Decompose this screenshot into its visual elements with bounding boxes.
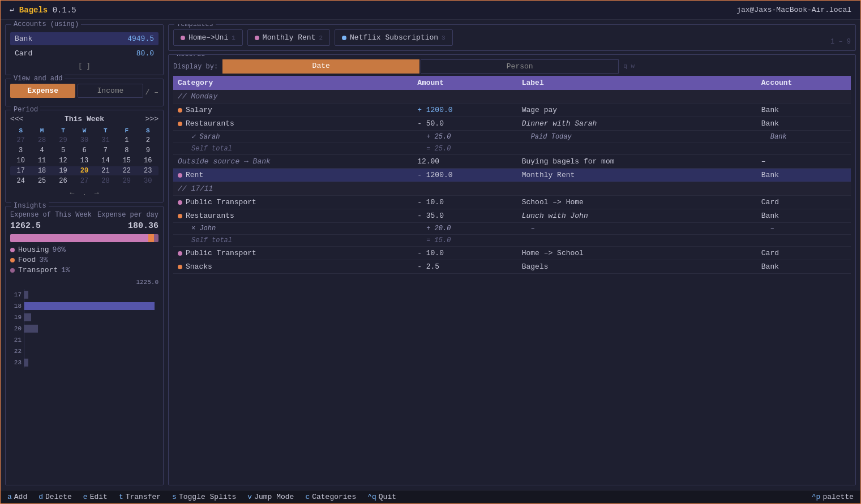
- expense-tab[interactable]: Expense: [10, 84, 75, 98]
- cal-16[interactable]: 16: [138, 156, 159, 165]
- cal-27b[interactable]: 27: [74, 176, 95, 186]
- cal-header-w: W: [74, 127, 95, 135]
- main-content: Accounts (using) Bank 4949.5 Card 80.0 […: [1, 20, 860, 490]
- lbl-rent: Monthly Rent: [517, 169, 757, 182]
- bar-label-18: 18: [10, 300, 24, 312]
- template-dot-1: [181, 36, 185, 40]
- cal-21[interactable]: 21: [95, 166, 116, 175]
- bar-row-18: [24, 300, 159, 312]
- cat-self-total2: Self total: [173, 235, 413, 247]
- cal-7[interactable]: 7: [95, 146, 116, 155]
- table-row[interactable]: Restaurants - 35.0 Lunch with John Bank: [173, 209, 851, 223]
- cal-2[interactable]: 2: [138, 136, 159, 145]
- col-label: Label: [517, 76, 757, 90]
- cal-18[interactable]: 18: [31, 166, 52, 175]
- table-header-row: Category Amount Label Account: [173, 76, 851, 90]
- card-name: Card: [15, 49, 32, 58]
- cal-15[interactable]: 15: [116, 156, 137, 165]
- cal-3[interactable]: 3: [10, 146, 31, 155]
- col-account: Account: [757, 76, 851, 90]
- cal-17[interactable]: 17: [10, 166, 31, 175]
- bar-label-23: 23: [10, 357, 24, 368]
- cal-30b[interactable]: 30: [138, 176, 159, 186]
- cal-10[interactable]: 10: [10, 156, 31, 165]
- table-row-selected[interactable]: Rent - 1200.0 Monthly Rent Bank: [173, 169, 851, 182]
- cal-19[interactable]: 19: [53, 166, 74, 175]
- cal-13[interactable]: 13: [74, 156, 95, 165]
- cal-28[interactable]: 28: [31, 136, 52, 145]
- bar-label-20: 20: [10, 323, 24, 334]
- table-row[interactable]: Salary + 1200.0 Wage pay Bank: [173, 104, 851, 117]
- cal-30[interactable]: 30: [74, 136, 95, 145]
- dot-snacks: [178, 265, 182, 269]
- period-dot-right[interactable]: →: [95, 189, 99, 197]
- acc-snacks: Bank: [757, 260, 851, 274]
- cal-29[interactable]: 29: [53, 136, 74, 145]
- records-panel: Records Display by: Date Person q w Cate…: [168, 54, 856, 485]
- label-jump: Jump Mode: [254, 493, 294, 501]
- cal-14[interactable]: 14: [95, 156, 116, 165]
- cal-5[interactable]: 5: [53, 146, 74, 155]
- table-row[interactable]: Snacks - 2.5 Bagels Bank: [173, 260, 851, 274]
- cal-1[interactable]: 1: [116, 136, 137, 145]
- bar-row-19: [24, 312, 159, 323]
- income-tab[interactable]: Income: [78, 84, 143, 98]
- amt-rest1: - 50.0: [413, 117, 517, 131]
- shortcut-delete: d Delete: [38, 493, 72, 501]
- templates-label: Templates: [174, 24, 216, 28]
- account-bank[interactable]: Bank 4949.5: [10, 32, 159, 45]
- display-by-date[interactable]: Date: [222, 59, 419, 74]
- template-2[interactable]: Monthly Rent 2: [247, 29, 330, 46]
- account-card[interactable]: Card 80.0: [10, 47, 159, 60]
- acc-outside: –: [757, 155, 851, 169]
- insights-panel: Insights Expense of This Week Expense pe…: [5, 206, 164, 485]
- templates-panel: Templates Home–>Uni 1 Monthly Rent 2: [168, 24, 856, 51]
- bar-food: [148, 234, 154, 242]
- amt-pub-trans1: - 10.0: [413, 196, 517, 209]
- cal-31[interactable]: 31: [95, 136, 116, 145]
- cat-rent: Rent: [173, 169, 413, 182]
- accounts-panel: Accounts (using) Bank 4949.5 Card 80.0 […: [5, 24, 164, 75]
- period-dot-left[interactable]: ←: [70, 189, 74, 197]
- amt-salary: + 1200.0: [413, 104, 517, 117]
- view-add-panel: View and add Expense Income / –: [5, 79, 164, 106]
- dot-rest1: [178, 122, 182, 126]
- cal-11[interactable]: 11: [31, 156, 52, 165]
- cal-29b[interactable]: 29: [116, 176, 137, 186]
- label-delete: Delete: [45, 493, 72, 501]
- cal-header-t2: T: [95, 127, 116, 135]
- cal-22[interactable]: 22: [116, 166, 137, 175]
- table-row[interactable]: Public Transport - 10.0 Home –> School C…: [173, 247, 851, 260]
- cal-26[interactable]: 26: [53, 176, 74, 186]
- table-row[interactable]: Public Transport - 10.0 School –> Home C…: [173, 196, 851, 209]
- cal-4[interactable]: 4: [31, 146, 52, 155]
- dot-salary: [178, 108, 182, 113]
- table-row[interactable]: Outside source → Bank 12.00 Buying bagel…: [173, 155, 851, 169]
- cal-9[interactable]: 9: [138, 146, 159, 155]
- lbl-pub-trans2: Home –> School: [517, 247, 757, 260]
- lbl-self-total2: [517, 235, 757, 247]
- cal-27[interactable]: 27: [10, 136, 31, 145]
- cal-23[interactable]: 23: [138, 166, 159, 175]
- housing-pct: 96%: [53, 245, 66, 254]
- period-next[interactable]: >>>: [145, 115, 159, 123]
- cal-8[interactable]: 8: [116, 146, 137, 155]
- cal-20[interactable]: 20: [74, 166, 95, 175]
- housing-dot: [10, 248, 15, 252]
- period-prev[interactable]: <<<: [10, 115, 23, 123]
- display-by-person[interactable]: Person: [421, 59, 619, 74]
- cal-6[interactable]: 6: [74, 146, 95, 155]
- amt-pub-trans2: - 10.0: [413, 247, 517, 260]
- cal-28b[interactable]: 28: [95, 176, 116, 186]
- shortcut-add: a Add: [7, 493, 27, 501]
- cal-24[interactable]: 24: [10, 176, 31, 186]
- cal-12[interactable]: 12: [53, 156, 74, 165]
- template-3[interactable]: Netflix Subscription 3: [335, 29, 453, 46]
- calendar: S M T W T F S 27 28 29 30 31 1: [10, 127, 159, 186]
- section-monday-text: // Monday: [173, 90, 851, 104]
- acc-pub-trans1: Card: [757, 196, 851, 209]
- cal-25[interactable]: 25: [31, 176, 52, 186]
- template-1[interactable]: Home–>Uni 1: [173, 29, 243, 46]
- shortcut-palette: ^p palette: [812, 493, 854, 501]
- table-row[interactable]: Restaurants - 50.0 Dinner with Sarah Ban…: [173, 117, 851, 131]
